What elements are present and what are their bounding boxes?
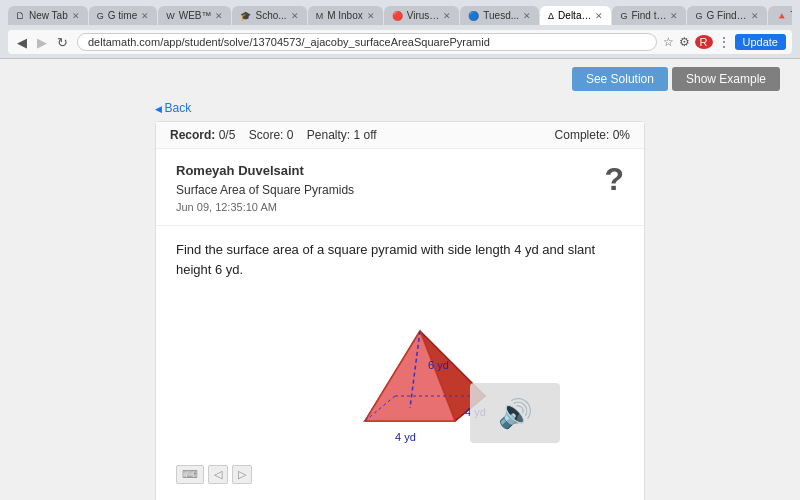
menu-icon[interactable]: ⋮: [718, 35, 730, 49]
problem-body: Find the surface area of a square pyrami…: [156, 226, 644, 500]
svg-text:4 yd: 4 yd: [395, 431, 416, 443]
tab-label: Delta…: [558, 10, 591, 21]
complete-info: Complete: 0%: [555, 128, 630, 142]
audio-icon[interactable]: 🔊: [498, 397, 533, 430]
tab-label: M Inbox: [327, 10, 363, 21]
tab-favicon: G: [695, 11, 702, 21]
top-actions: See Solution Show Example: [572, 67, 800, 91]
tab-label: Tuesd...: [483, 10, 519, 21]
show-example-button[interactable]: Show Example: [672, 67, 780, 91]
pyramid-diagram: 6 yd 4 yd 4 yd 🔊: [230, 293, 570, 453]
penalty-value: 1 off: [353, 128, 376, 142]
main-card: Record: 0/5 Score: 0 Penalty: 1 off Comp…: [155, 121, 645, 500]
tab-close-icon[interactable]: ✕: [141, 11, 149, 21]
keyboard-icon[interactable]: ⌨: [176, 465, 204, 484]
complete-value: 0%: [613, 128, 630, 142]
page-content: See Solution Show Example Back Record: 0…: [0, 59, 800, 500]
tab-close-icon[interactable]: ✕: [595, 11, 603, 21]
tab-label: G time: [108, 10, 137, 21]
tab-favicon: G: [97, 11, 104, 21]
tab-close-icon[interactable]: ✕: [443, 11, 451, 21]
profile-icon[interactable]: R: [695, 35, 713, 49]
tab-label: New Tab: [29, 10, 68, 21]
tab-gtime[interactable]: G G time ✕: [89, 6, 157, 25]
problem-text: Find the surface area of a square pyrami…: [176, 240, 624, 279]
tab-favicon: G: [620, 11, 627, 21]
tab-label: Scho...: [255, 10, 286, 21]
tab-close-icon[interactable]: ✕: [670, 11, 678, 21]
tab-virus[interactable]: 🔴 Virus… ✕: [384, 6, 460, 25]
bookmark-icon[interactable]: ☆: [663, 35, 674, 49]
forward-nav-button[interactable]: ▶: [34, 34, 50, 51]
tab-label: Triang...: [791, 10, 792, 21]
problem-date: Jun 09, 12:35:10 AM: [176, 199, 354, 216]
navigation-bar: ◀ ▶ ↻ deltamath.com/app/student/solve/13…: [8, 30, 792, 54]
extensions-icon[interactable]: ⚙: [679, 35, 690, 49]
tab-favicon: W: [166, 11, 175, 21]
tab-close-icon[interactable]: ✕: [215, 11, 223, 21]
nav-controls: ◀ ▶ ↻: [14, 34, 71, 51]
address-bar[interactable]: deltamath.com/app/student/solve/13704573…: [77, 33, 657, 51]
problem-topic: Surface Area of Square Pyramids: [176, 181, 354, 199]
tab-triangle[interactable]: 🔺 Triang... ✕: [768, 6, 792, 25]
record-label: Record:: [170, 128, 215, 142]
tab-favicon: 🎓: [240, 11, 251, 21]
back-nav-button[interactable]: ◀: [14, 34, 30, 51]
problem-meta: Romeyah Duvelsaint Surface Area of Squar…: [176, 161, 354, 215]
update-button[interactable]: Update: [735, 34, 786, 50]
record-info: Record: 0/5 Score: 0 Penalty: 1 off: [170, 128, 377, 142]
tab-label: Find t…: [631, 10, 666, 21]
audio-overlay[interactable]: 🔊: [470, 383, 560, 443]
nav-right-controls: ☆ ⚙ R ⋮ Update: [663, 34, 786, 50]
complete-label: Complete:: [555, 128, 610, 142]
reload-button[interactable]: ↻: [54, 34, 71, 51]
prev-answer-icon[interactable]: ◁: [208, 465, 228, 484]
help-icon[interactable]: ?: [604, 161, 624, 198]
tab-school[interactable]: 🎓 Scho... ✕: [232, 6, 306, 25]
tab-favicon: M: [316, 11, 324, 21]
address-text: deltamath.com/app/student/solve/13704573…: [88, 36, 490, 48]
tab-close-icon[interactable]: ✕: [291, 11, 299, 21]
tab-close-icon[interactable]: ✕: [367, 11, 375, 21]
tab-find2[interactable]: G G Find… ✕: [687, 6, 766, 25]
back-button[interactable]: Back: [155, 99, 191, 117]
tab-find1[interactable]: G Find t… ✕: [612, 6, 686, 25]
record-value: 0/5: [219, 128, 236, 142]
tab-favicon: 🗋: [16, 11, 25, 21]
svg-text:6 yd: 6 yd: [428, 359, 449, 371]
tab-close-icon[interactable]: ✕: [751, 11, 759, 21]
tab-web[interactable]: W WEB™ ✕: [158, 6, 231, 25]
tab-inbox[interactable]: M M Inbox ✕: [308, 6, 383, 25]
tab-delta[interactable]: Δ Delta… ✕: [540, 6, 611, 25]
tab-favicon: 🔵: [468, 11, 479, 21]
browser-chrome: 🗋 New Tab ✕ G G time ✕ W WEB™ ✕ 🎓 Scho..…: [0, 0, 800, 59]
back-btn-row: Back: [155, 99, 645, 121]
tab-bar: 🗋 New Tab ✕ G G time ✕ W WEB™ ✕ 🎓 Scho..…: [8, 6, 792, 25]
record-bar: Record: 0/5 Score: 0 Penalty: 1 off Comp…: [156, 122, 644, 149]
keyboard-row: ⌨ ◁ ▷: [176, 463, 624, 490]
problem-header: Romeyah Duvelsaint Surface Area of Squar…: [156, 149, 644, 226]
student-name: Romeyah Duvelsaint: [176, 161, 354, 181]
next-answer-icon[interactable]: ▷: [232, 465, 252, 484]
tab-favicon: 🔺: [776, 11, 787, 21]
tab-favicon: Δ: [548, 11, 554, 21]
tab-tuesday[interactable]: 🔵 Tuesd... ✕: [460, 6, 539, 25]
see-solution-button[interactable]: See Solution: [572, 67, 668, 91]
score-label: Score:: [249, 128, 284, 142]
tab-close-icon[interactable]: ✕: [523, 11, 531, 21]
score-value: 0: [287, 128, 294, 142]
tab-label: G Find…: [707, 10, 747, 21]
penalty-label: Penalty:: [307, 128, 350, 142]
tab-new-tab-1[interactable]: 🗋 New Tab ✕: [8, 6, 88, 25]
tab-label: Virus…: [407, 10, 440, 21]
tab-label: WEB™: [179, 10, 212, 21]
tab-favicon: 🔴: [392, 11, 403, 21]
tab-close-icon[interactable]: ✕: [72, 11, 80, 21]
